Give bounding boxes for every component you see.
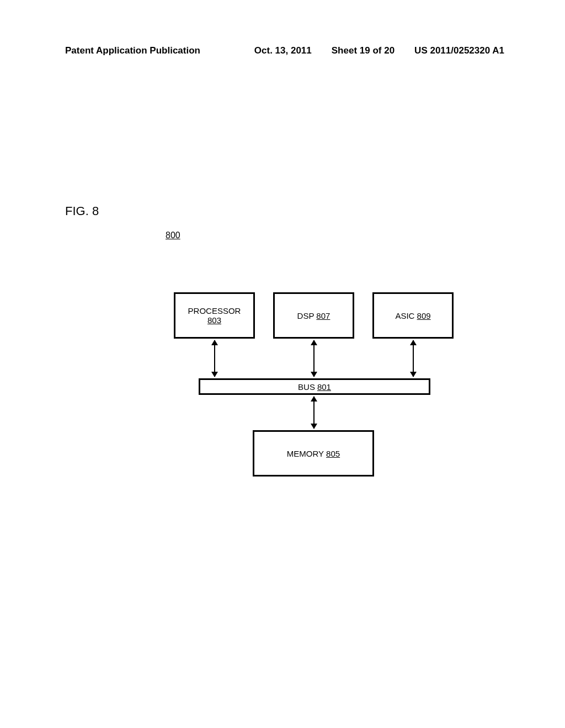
dsp-label-row: DSP 807 xyxy=(297,311,331,320)
figure-label: FIG. 8 xyxy=(65,204,99,218)
arrow-bus-memory xyxy=(313,397,315,429)
bus-label: BUS xyxy=(298,382,315,392)
processor-ref: 803 xyxy=(207,315,221,325)
processor-label: PROCESSOR xyxy=(188,306,241,315)
arrow-dsp-bus xyxy=(313,340,315,377)
page-header: Patent Application Publication Oct. 13, … xyxy=(0,45,565,56)
bus-block: BUS 801 xyxy=(199,378,430,395)
block-diagram: PROCESSOR 803 DSP 807 ASIC 809 BUS 801 M… xyxy=(166,292,475,480)
asic-label: ASIC xyxy=(395,311,414,320)
dsp-block: DSP 807 xyxy=(273,292,354,339)
dsp-label: DSP xyxy=(297,311,315,320)
arrow-processor-bus xyxy=(214,340,215,377)
memory-ref: 805 xyxy=(326,449,340,458)
header-publication: Patent Application Publication xyxy=(65,45,200,56)
bus-ref: 801 xyxy=(317,382,331,392)
arrow-asic-bus xyxy=(413,340,414,377)
header-sheet: Sheet 19 of 20 xyxy=(332,45,395,56)
memory-label: MEMORY xyxy=(287,449,324,458)
dsp-ref: 807 xyxy=(316,311,330,320)
header-date: Oct. 13, 2011 xyxy=(254,45,312,56)
patent-page: Patent Application Publication Oct. 13, … xyxy=(0,0,565,728)
processor-block: PROCESSOR 803 xyxy=(174,292,255,339)
header-right: Oct. 13, 2011 Sheet 19 of 20 US 2011/025… xyxy=(254,45,504,56)
header-pubno: US 2011/0252320 A1 xyxy=(414,45,504,56)
asic-label-row: ASIC 809 xyxy=(395,311,430,320)
asic-ref: 809 xyxy=(417,311,431,320)
asic-block: ASIC 809 xyxy=(372,292,454,339)
figure-reference-number: 800 xyxy=(166,231,180,240)
memory-block: MEMORY 805 xyxy=(253,430,374,477)
